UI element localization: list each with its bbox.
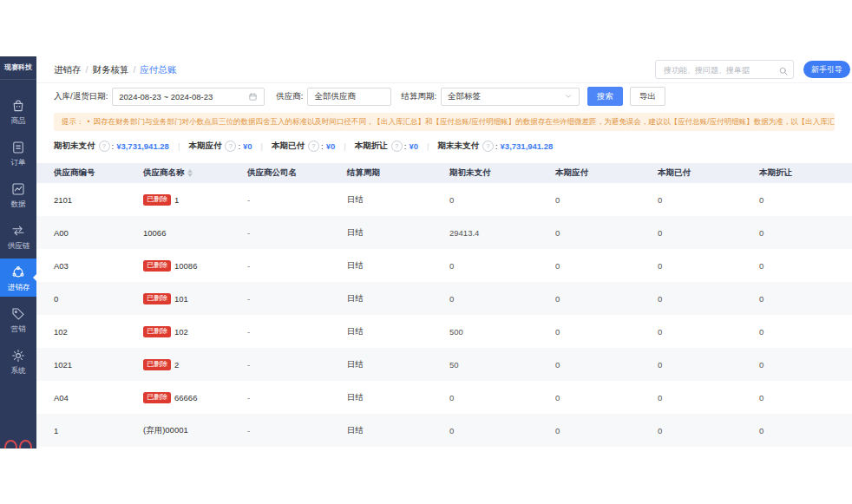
filter-row: 入库/退货日期: 2024-08-23 ~ 2024-08-23 供应商: 全部… <box>54 86 665 107</box>
sidebar-item-data[interactable]: 数据 <box>0 175 36 213</box>
page: 现赛科技 商品订单数据供应链进销存营销系统 进销存/财务核算/应付总账 新手引导 <box>0 0 852 504</box>
help-icon[interactable]: ? <box>391 141 403 152</box>
deleted-badge: 已删除 <box>143 260 171 272</box>
column-header: 本期折让 <box>759 167 852 179</box>
breadcrumb-item[interactable]: 财务核算 <box>92 64 128 75</box>
sidebar-nav: 商品订单数据供应链进销存营销系统 <box>0 92 36 380</box>
supplier-name-cell: 10066 <box>143 228 247 238</box>
supplier-name-cell: (弃用)00001 <box>143 425 247 436</box>
breadcrumb-item[interactable]: 进销存 <box>54 64 82 75</box>
table-row: A04已删除66666-日结0000 <box>36 381 852 414</box>
app-window: 现赛科技 商品订单数据供应链进销存营销系统 进销存/财务核算/应付总账 新手引导 <box>0 56 852 448</box>
company-name-cell: - <box>247 261 347 271</box>
sort-icon[interactable] <box>187 169 193 177</box>
supplier-code-cell: A04 <box>54 393 143 403</box>
company-name-cell: - <box>247 294 347 304</box>
company-name-cell: - <box>247 393 347 403</box>
period-payable-cell: 0 <box>555 393 658 403</box>
supplier-name-cell: 已删除66666 <box>143 392 247 403</box>
cycle-select[interactable]: 全部标签 <box>441 88 580 106</box>
period-paid-cell: 0 <box>658 360 759 370</box>
settlement-cycle-cell: 日结 <box>347 227 449 239</box>
period-payable-cell: 0 <box>555 261 658 271</box>
table-row: 1(弃用)00001-日结0000 <box>36 414 852 447</box>
global-search-input[interactable] <box>662 61 775 80</box>
opening-unpaid-cell: 500 <box>449 327 555 337</box>
sidebar: 现赛科技 商品订单数据供应链进销存营销系统 <box>0 56 36 448</box>
sidebar-item-goods[interactable]: 商品 <box>0 92 36 130</box>
supplier-name-cell: 已删除10086 <box>143 260 247 272</box>
period-payable-cell: 0 <box>555 294 658 304</box>
chevron-down-icon <box>564 92 573 101</box>
table-row: 0已删除101-日结0000 <box>36 282 852 315</box>
search-icon[interactable] <box>778 64 789 75</box>
breadcrumb-item: 应付总账 <box>140 64 176 75</box>
sidebar-item-orders[interactable]: 订单 <box>0 134 36 172</box>
table-row: A0010066-日结29413.4000 <box>36 216 852 249</box>
notice-bullet: • <box>88 117 90 126</box>
supplier-name-cell: 已删除1 <box>143 194 247 206</box>
period-paid-cell: 0 <box>658 261 759 271</box>
help-icon[interactable]: ? <box>99 141 110 152</box>
breadcrumb-separator: / <box>86 64 88 75</box>
period-payable-cell: 0 <box>555 360 658 370</box>
sidebar-item-label: 商品 <box>10 116 25 125</box>
bag-icon <box>10 98 26 114</box>
opening-unpaid-cell: 0 <box>449 261 555 271</box>
deleted-badge: 已删除 <box>143 359 171 370</box>
table-header: 供应商编号供应商名称供应商公司名结算周期期初未支付本期应付本期已付本期折让 <box>36 163 852 183</box>
sidebar-item-system[interactable]: 系统 <box>0 342 36 380</box>
supplier-value: 全部供应商 <box>314 91 356 102</box>
search-button[interactable]: 搜索 <box>587 87 623 106</box>
settlement-cycle-cell: 日结 <box>347 293 449 304</box>
order-icon <box>10 140 26 155</box>
help-icon[interactable]: ? <box>225 141 236 152</box>
table-body: 2101已删除1-日结0000A0010066-日结29413.4000A03已… <box>36 183 852 447</box>
summary-label: 本期已付 <box>272 141 305 152</box>
topbar-right: 新手引导 <box>655 60 850 79</box>
summary-label: 期末未支付 <box>437 141 479 152</box>
table-row: A03已删除10086-日结0000 <box>36 249 852 282</box>
settlement-cycle-cell: 日结 <box>347 392 449 403</box>
period-paid-cell: 0 <box>658 228 759 238</box>
supplier-name-cell: 已删除102 <box>143 326 247 337</box>
date-range-input[interactable]: 2024-08-23 ~ 2024-08-23 <box>112 88 265 106</box>
summary-label: 本期折让 <box>355 141 388 152</box>
sidebar-item-label: 供应链 <box>7 241 29 250</box>
sidebar-item-label: 进销存 <box>7 283 29 291</box>
supplier-name-cell: 已删除101 <box>143 293 247 304</box>
sidebar-item-marketing[interactable]: 营销 <box>0 300 36 338</box>
summary-value: ¥3,731,941.28 <box>116 141 169 151</box>
period-discount-cell: 0 <box>759 228 852 238</box>
cycle-value: 全部标签 <box>448 91 481 102</box>
global-search[interactable] <box>655 60 794 79</box>
deleted-badge: 已删除 <box>143 392 171 403</box>
supplier-code-cell: A00 <box>54 228 143 238</box>
period-paid-cell: 0 <box>658 195 759 205</box>
notice-bar: 提示：•因存在财务部门与业务部门对小数点后三位的数据四舍五入的标准以及时间口径不… <box>54 113 835 131</box>
help-icon[interactable]: ? <box>308 141 319 152</box>
period-payable-cell: 0 <box>555 327 658 337</box>
brand-logo[interactable]: 现赛科技 <box>0 56 36 80</box>
summary-label: 本期应付 <box>188 141 221 152</box>
sidebar-item-supply-chain[interactable]: 供应链 <box>0 217 36 255</box>
supplier-code-cell: 0 <box>54 294 143 304</box>
breadcrumb-separator: / <box>133 64 135 75</box>
sidebar-item-inventory[interactable]: 进销存 <box>0 259 36 297</box>
period-discount-cell: 0 <box>759 327 852 337</box>
supplier-input[interactable]: 全部供应商 <box>307 88 391 106</box>
export-button[interactable]: 导出 <box>630 87 665 106</box>
column-header: 本期已付 <box>658 167 759 179</box>
period-discount-cell: 0 <box>759 393 852 403</box>
company-name-cell: - <box>247 228 347 238</box>
newbie-guide-button[interactable]: 新手引导 <box>803 61 850 78</box>
opening-unpaid-cell: 0 <box>449 294 555 304</box>
period-discount-cell: 0 <box>759 195 852 205</box>
date-range-value: 2024-08-23 ~ 2024-08-23 <box>119 92 213 101</box>
settlement-cycle-cell: 日结 <box>347 359 449 370</box>
column-header[interactable]: 供应商名称 <box>143 167 247 179</box>
settlement-cycle-cell: 日结 <box>347 260 449 272</box>
settlement-cycle-cell: 日结 <box>347 425 449 436</box>
supplier-label: 供应商: <box>276 91 303 102</box>
help-icon[interactable]: ? <box>482 141 494 152</box>
